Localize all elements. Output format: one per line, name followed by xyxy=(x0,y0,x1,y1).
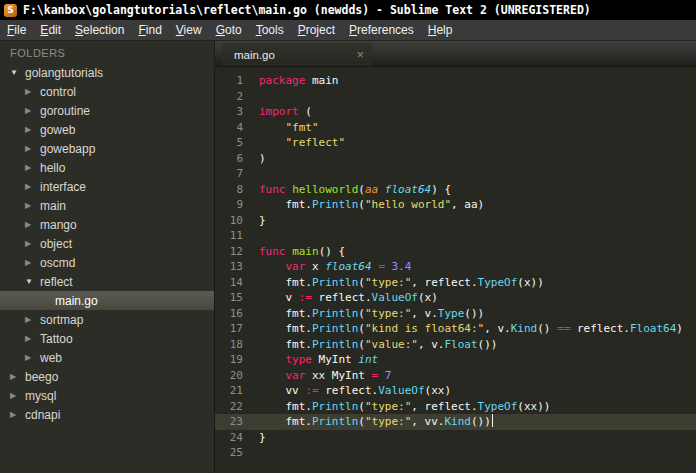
chevron-right-icon[interactable]: ▶ xyxy=(25,353,38,362)
line-number: 3 xyxy=(215,104,243,120)
sidebar-item-golangtutorials[interactable]: ▼golangtutorials xyxy=(0,63,214,82)
sidebar-item-cdnapi[interactable]: ▶cdnapi xyxy=(0,405,214,424)
code-line-18[interactable]: 18 fmt.Println("value:", v.Float()) xyxy=(215,337,696,353)
code-line-8[interactable]: 8func helloworld(aa float64) { xyxy=(215,182,696,198)
chevron-right-icon[interactable]: ▶ xyxy=(25,106,38,115)
chevron-right-icon[interactable]: ▶ xyxy=(25,258,38,267)
line-number: 10 xyxy=(215,213,243,229)
menu-view[interactable]: View xyxy=(169,20,209,40)
chevron-right-icon[interactable]: ▶ xyxy=(25,239,38,248)
menu-goto[interactable]: Goto xyxy=(209,20,249,40)
tree-item-label: cdnapi xyxy=(23,408,60,422)
code-line-15[interactable]: 15 v := reflect.ValueOf(x) xyxy=(215,290,696,306)
tree-item-label: goweb xyxy=(38,123,75,137)
chevron-right-icon[interactable]: ▶ xyxy=(25,144,38,153)
code-line-21[interactable]: 21 vv := reflect.ValueOf(xx) xyxy=(215,383,696,399)
sidebar-item-reflect[interactable]: ▼reflect xyxy=(0,272,214,291)
tree-item-label: main.go xyxy=(53,294,98,308)
code-line-20[interactable]: 20 var xx MyInt = 7 xyxy=(215,368,696,384)
code-line-3[interactable]: 3import ( xyxy=(215,104,696,120)
chevron-right-icon[interactable]: ▶ xyxy=(10,372,23,381)
code-line-12[interactable]: 12func main() { xyxy=(215,244,696,260)
code-line-19[interactable]: 19 type MyInt int xyxy=(215,352,696,368)
sidebar: FOLDERS ▼golangtutorials▶control▶gorouti… xyxy=(0,41,215,473)
code-text: } xyxy=(259,430,266,446)
sidebar-item-tattoo[interactable]: ▶Tattoo xyxy=(0,329,214,348)
tree-item-label: web xyxy=(38,351,62,365)
line-number: 25 xyxy=(215,445,243,461)
editor-column: main.go × 1package main23import (4 "fmt"… xyxy=(215,41,696,473)
code-line-5[interactable]: 5 "reflect" xyxy=(215,135,696,151)
code-text: "reflect" xyxy=(259,135,345,151)
menu-preferences[interactable]: Preferences xyxy=(342,20,421,40)
tree-item-label: control xyxy=(38,85,76,99)
menu-file[interactable]: File xyxy=(0,20,33,40)
code-text: fmt.Println("type:", reflect.TypeOf(xx)) xyxy=(259,399,550,415)
code-line-13[interactable]: 13 var x float64 = 3.4 xyxy=(215,259,696,275)
sidebar-item-control[interactable]: ▶control xyxy=(0,82,214,101)
code-area[interactable]: 1package main23import (4 "fmt"5 "reflect… xyxy=(215,67,696,473)
menu-find[interactable]: Find xyxy=(131,20,168,40)
sidebar-item-interface[interactable]: ▶interface xyxy=(0,177,214,196)
code-line-7[interactable]: 7 xyxy=(215,166,696,182)
sidebar-item-object[interactable]: ▶object xyxy=(0,234,214,253)
text-caret xyxy=(492,414,493,427)
chevron-right-icon[interactable]: ▶ xyxy=(10,391,23,400)
code-line-6[interactable]: 6) xyxy=(215,151,696,167)
chevron-right-icon[interactable]: ▶ xyxy=(10,410,23,419)
menu-tools[interactable]: Tools xyxy=(249,20,291,40)
code-line-11[interactable]: 11 xyxy=(215,228,696,244)
chevron-right-icon[interactable]: ▶ xyxy=(25,220,38,229)
code-line-24[interactable]: 24} xyxy=(215,430,696,446)
chevron-right-icon[interactable]: ▶ xyxy=(25,87,38,96)
sidebar-item-goroutine[interactable]: ▶goroutine xyxy=(0,101,214,120)
line-number: 21 xyxy=(215,383,243,399)
sidebar-item-web[interactable]: ▶web xyxy=(0,348,214,367)
sidebar-item-sortmap[interactable]: ▶sortmap xyxy=(0,310,214,329)
chevron-right-icon[interactable]: ▶ xyxy=(25,201,38,210)
line-number: 4 xyxy=(215,120,243,136)
line-number: 17 xyxy=(215,321,243,337)
menu-selection[interactable]: Selection xyxy=(68,20,131,40)
tree-item-label: sortmap xyxy=(38,313,83,327)
chevron-down-icon[interactable]: ▼ xyxy=(25,277,38,286)
line-number: 6 xyxy=(215,151,243,167)
chevron-right-icon[interactable]: ▶ xyxy=(25,125,38,134)
chevron-right-icon[interactable]: ▶ xyxy=(25,315,38,324)
sidebar-item-beego[interactable]: ▶beego xyxy=(0,367,214,386)
code-line-9[interactable]: 9 fmt.Println("hello world", aa) xyxy=(215,197,696,213)
menu-edit[interactable]: Edit xyxy=(33,20,68,40)
code-line-17[interactable]: 17 fmt.Println("kind is float64:", v.Kin… xyxy=(215,321,696,337)
line-number: 14 xyxy=(215,275,243,291)
sidebar-item-oscmd[interactable]: ▶oscmd xyxy=(0,253,214,272)
sidebar-item-mango[interactable]: ▶mango xyxy=(0,215,214,234)
sidebar-item-main[interactable]: ▶main xyxy=(0,196,214,215)
tab-main-go[interactable]: main.go × xyxy=(222,43,372,66)
chevron-right-icon[interactable]: ▶ xyxy=(25,334,38,343)
sidebar-item-gowebapp[interactable]: ▶gowebapp xyxy=(0,139,214,158)
chevron-down-icon[interactable]: ▼ xyxy=(10,68,23,77)
line-number: 9 xyxy=(215,197,243,213)
sidebar-item-mysql[interactable]: ▶mysql xyxy=(0,386,214,405)
code-line-16[interactable]: 16 fmt.Println("type:", v.Type()) xyxy=(215,306,696,322)
line-number: 15 xyxy=(215,290,243,306)
tree-item-label: Tattoo xyxy=(38,332,73,346)
sidebar-item-goweb[interactable]: ▶goweb xyxy=(0,120,214,139)
code-line-25[interactable]: 25 xyxy=(215,445,696,461)
menu-help[interactable]: Help xyxy=(421,20,460,40)
code-line-2[interactable]: 2 xyxy=(215,89,696,105)
sidebar-item-hello[interactable]: ▶hello xyxy=(0,158,214,177)
code-line-10[interactable]: 10} xyxy=(215,213,696,229)
code-line-4[interactable]: 4 "fmt" xyxy=(215,120,696,136)
chevron-right-icon[interactable]: ▶ xyxy=(25,182,38,191)
menu-project[interactable]: Project xyxy=(291,20,342,40)
code-line-22[interactable]: 22 fmt.Println("type:", reflect.TypeOf(x… xyxy=(215,399,696,415)
sidebar-item-main-go[interactable]: main.go xyxy=(0,291,214,310)
code-line-1[interactable]: 1package main xyxy=(215,73,696,89)
code-line-23[interactable]: 23 fmt.Println("type:", vv.Kind()) xyxy=(215,414,696,430)
tab-close-icon[interactable]: × xyxy=(356,48,364,61)
chevron-right-icon[interactable]: ▶ xyxy=(25,163,38,172)
tree-item-label: main xyxy=(38,199,66,213)
code-text: fmt.Println("type:", v.Type()) xyxy=(259,306,484,322)
code-line-14[interactable]: 14 fmt.Println("type:", reflect.TypeOf(x… xyxy=(215,275,696,291)
